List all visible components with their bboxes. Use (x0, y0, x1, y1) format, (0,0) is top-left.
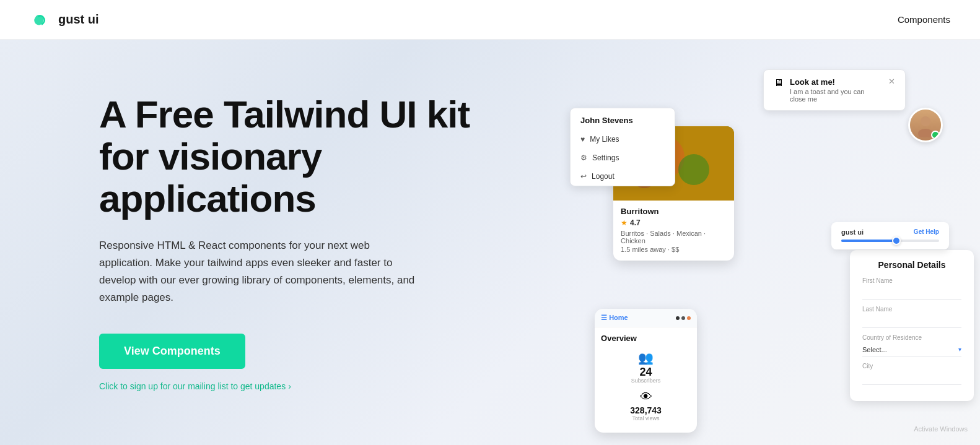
toast-close-icon[interactable]: ✕ (888, 77, 895, 85)
navbar: gust ui Components (0, 0, 980, 40)
subscribers-stat: 👥 24 Subscribers (601, 350, 691, 384)
dot-3 (687, 316, 691, 320)
mobile-dots (676, 316, 691, 320)
form-field-firstname: First Name (862, 277, 961, 300)
home-icon: ☰ Home (601, 314, 628, 322)
hero-right: 🖥 Look at me! I am a toast and you can c… (539, 40, 980, 445)
brand: gust ui (30, 9, 99, 31)
subscribers-number: 24 (640, 366, 652, 378)
dropdown-item-settings[interactable]: ⚙ Settings (571, 149, 675, 167)
hero-left: A Free Tailwind UI kit for visionary app… (0, 40, 539, 445)
slider-brand-left: gust ui (841, 228, 864, 236)
lastname-input[interactable] (862, 314, 961, 328)
dropdown-header: John Stevens (571, 108, 675, 130)
card-description: Burritos · Salads · Mexican · Chicken (621, 230, 727, 244)
toast-notification: 🖥 Look at me! I am a toast and you can c… (763, 69, 906, 111)
city-label: City (862, 363, 961, 369)
toast-icon: 🖥 (774, 77, 784, 89)
personal-details-form: Personal Details First Name Last Name Co… (850, 250, 974, 401)
views-stat: 👁 328,743 Total views (601, 390, 691, 421)
card-rating: ★ 4.7 (621, 218, 727, 227)
slider-brand: gust ui Get Help (841, 228, 939, 236)
city-input[interactable] (862, 371, 961, 385)
firstname-label: First Name (862, 277, 961, 284)
country-label: Country of Residence (862, 334, 961, 341)
heart-icon: ♥ (580, 135, 585, 144)
logout-icon: ↩ (580, 172, 587, 181)
lastname-label: Last Name (862, 306, 961, 313)
svg-point-0 (921, 116, 930, 126)
dropdown-likes-label: My Likes (590, 135, 619, 144)
dropdown-logout-label: Logout (592, 172, 615, 181)
user-avatar (908, 108, 943, 142)
country-select-value: Select... (862, 346, 887, 353)
dot-1 (676, 316, 680, 320)
components-nav-link[interactable]: Components (898, 14, 950, 25)
hero-subtitle: Responsive HTML & React components for y… (99, 237, 421, 306)
form-field-city: City (862, 363, 961, 385)
view-components-button[interactable]: View Components (99, 334, 245, 369)
slider-track[interactable] (841, 240, 939, 242)
form-title: Personal Details (862, 260, 961, 270)
toast-title: Look at me! (790, 77, 882, 87)
mailing-list-text: Click to sign up for our mailing list to… (99, 381, 286, 391)
hero-title: A Free Tailwind UI kit for visionary app… (99, 93, 502, 220)
rating-number: 4.7 (630, 218, 641, 227)
mobile-body: Overview 👥 24 Subscribers 👁 328,743 Tota… (595, 327, 697, 433)
hero-section: A Free Tailwind UI kit for visionary app… (0, 40, 980, 445)
slider-fill (841, 240, 895, 242)
slider-get-help[interactable]: Get Help (914, 228, 939, 236)
mailing-list-link[interactable]: Click to sign up for our mailing list to… (99, 381, 502, 391)
mobile-header: ☰ Home (595, 309, 697, 327)
views-icon: 👁 (640, 390, 652, 404)
brand-logo-icon (30, 9, 52, 31)
overview-label: Overview (601, 334, 691, 343)
mobile-app-card: ☰ Home Overview 👥 24 Subscribers 👁 328,7… (595, 309, 697, 433)
form-field-country: Country of Residence Select... ▾ (862, 334, 961, 356)
views-label: Total views (632, 415, 660, 421)
slider-component: gust ui Get Help (831, 222, 949, 249)
home-label: Home (609, 314, 628, 321)
card-title: Burritown (621, 207, 727, 216)
avatar-circle (908, 108, 943, 142)
windows-watermark: Activate Windows (914, 425, 968, 433)
online-indicator (931, 131, 940, 139)
arrow-icon: › (288, 381, 291, 391)
star-icon: ★ (621, 218, 628, 227)
dropdown-item-likes[interactable]: ♥ My Likes (571, 130, 675, 149)
toast-content: Look at me! I am a toast and you can clo… (790, 77, 882, 103)
dropdown-settings-label: Settings (592, 153, 619, 162)
card-body: Burritown ★ 4.7 Burritos · Salads · Mexi… (613, 201, 734, 261)
firstname-input[interactable] (862, 286, 961, 300)
form-field-lastname: Last Name (862, 306, 961, 328)
slider-thumb[interactable] (892, 236, 901, 245)
subscribers-label: Subscribers (631, 378, 661, 384)
card-meta: 1.5 miles away · $$ (621, 246, 727, 253)
brand-name: gust ui (58, 12, 99, 27)
views-number: 328,743 (630, 405, 662, 415)
dropdown-menu: John Stevens ♥ My Likes ⚙ Settings ↩ Log… (570, 108, 675, 186)
dot-2 (681, 316, 685, 320)
gear-icon: ⚙ (580, 153, 587, 162)
chevron-down-icon: ▾ (958, 346, 961, 353)
subscribers-icon: 👥 (638, 350, 654, 365)
country-select[interactable]: Select... ▾ (862, 343, 961, 356)
dropdown-item-logout[interactable]: ↩ Logout (571, 167, 675, 186)
toast-body: I am a toast and you can close me (790, 88, 882, 103)
